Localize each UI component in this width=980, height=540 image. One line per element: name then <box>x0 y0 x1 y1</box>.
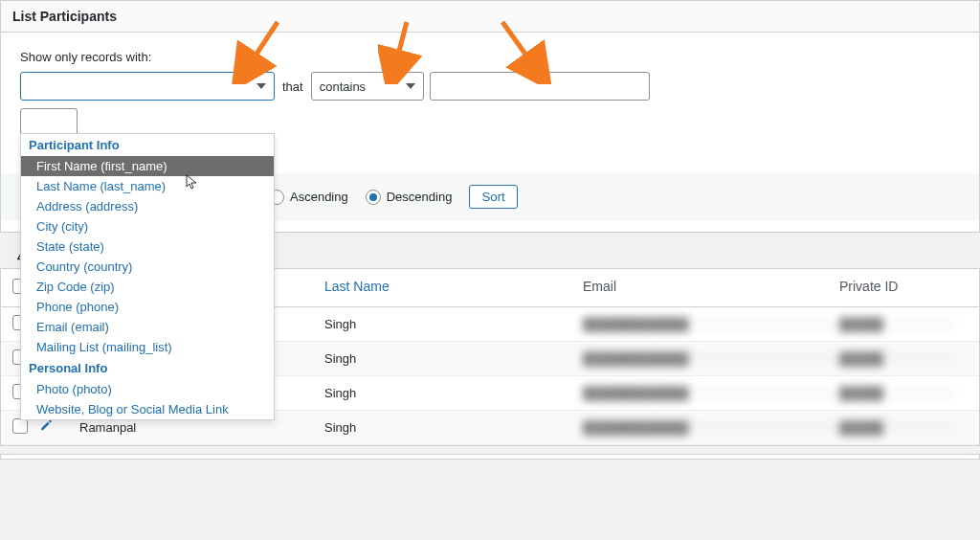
cell-email: ████████████ <box>583 351 839 366</box>
sort-asc-radio[interactable]: Ascending <box>269 190 348 205</box>
dropdown-item[interactable]: Phone (phone) <box>21 297 274 317</box>
sort-desc-label: Descending <box>387 190 453 204</box>
dropdown-item[interactable]: Last Name (last_name) <box>21 176 274 196</box>
dropdown-item[interactable]: State (state) <box>21 236 274 257</box>
chevron-down-icon <box>406 83 415 89</box>
dropdown-group-title: Personal Info <box>21 357 274 379</box>
cell-private-id: █████ <box>839 386 954 400</box>
filter-label: Show only records with: <box>20 50 960 64</box>
cell-last-name: Singh <box>324 386 583 400</box>
cell-private-id: █████ <box>839 420 954 435</box>
filter-operator-select[interactable]: contains <box>311 72 424 101</box>
edit-button[interactable] <box>39 419 66 436</box>
sort-button[interactable]: Sort <box>469 185 517 209</box>
cell-last-name: Singh <box>324 317 583 331</box>
filter-operator-value: contains <box>320 79 366 94</box>
sort-desc-radio[interactable]: Descending <box>366 190 453 205</box>
list-participants-panel: List Participants Show only records with… <box>0 0 980 233</box>
panel-title: List Participants <box>1 1 979 33</box>
dropdown-item[interactable]: Mailing List (mailing_list) <box>21 337 274 357</box>
filter-that-text: that <box>280 79 305 94</box>
cell-private-id: █████ <box>839 317 954 331</box>
dropdown-item[interactable]: Email (email) <box>21 317 274 337</box>
filter-value-input[interactable] <box>430 72 650 101</box>
dropdown-item[interactable]: First Name (first_name) <box>21 156 274 176</box>
cell-first-name: Ramanpal <box>66 420 324 435</box>
dropdown-item[interactable]: Website, Blog or Social Media Link (webs… <box>21 399 274 420</box>
chevron-down-icon <box>256 83 266 89</box>
sort-asc-label: Ascending <box>290 190 348 204</box>
table-header-email[interactable]: Email <box>583 279 839 297</box>
panel-body: Show only records with: that contains Pa… <box>1 33 979 232</box>
field-dropdown-panel: Participant InfoFirst Name (first_name)L… <box>20 133 275 420</box>
dropdown-item[interactable]: Address (address) <box>21 196 274 216</box>
pencil-icon <box>39 421 53 436</box>
cell-email: ████████████ <box>583 386 839 400</box>
next-panel-sliver <box>0 454 980 460</box>
table-header-last-name[interactable]: Last Name <box>324 279 583 297</box>
dropdown-item[interactable]: Country (country) <box>21 257 274 277</box>
filter-field-select[interactable] <box>20 72 275 101</box>
table-header-private-id[interactable]: Private ID <box>839 279 954 297</box>
radio-checked-icon <box>366 190 381 205</box>
dropdown-item[interactable]: City (city) <box>21 216 274 236</box>
cell-email: ████████████ <box>583 420 839 435</box>
cell-last-name: Singh <box>324 420 583 435</box>
cell-last-name: Singh <box>324 351 583 366</box>
dropdown-item[interactable]: Photo (photo) <box>21 379 274 399</box>
row-checkbox[interactable] <box>12 418 39 437</box>
dropdown-item[interactable]: Zip Code (zip) <box>21 277 274 297</box>
filter-row: that contains <box>20 72 960 101</box>
dropdown-group-title: Participant Info <box>21 134 274 156</box>
cell-email: ████████████ <box>583 317 839 331</box>
cell-private-id: █████ <box>839 351 954 366</box>
